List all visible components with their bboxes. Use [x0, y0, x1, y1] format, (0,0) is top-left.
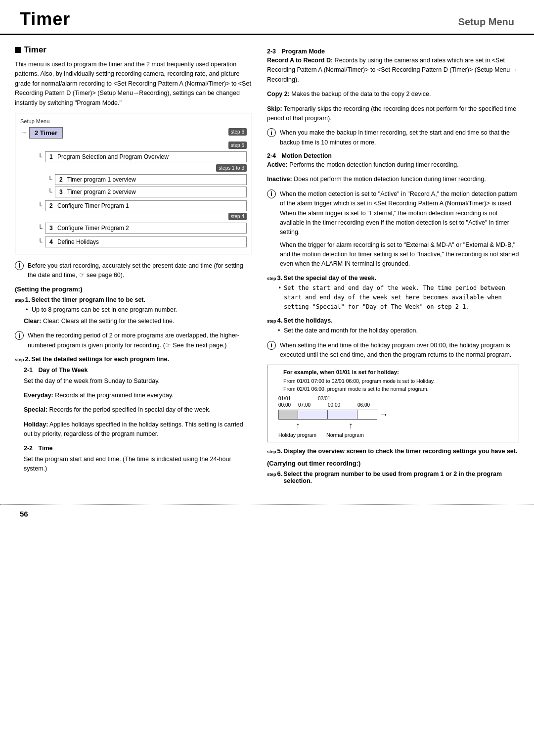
step4-bullet: Set the date and month for the holiday o… [276, 326, 519, 335]
tl-bar-1 [278, 410, 298, 420]
info-box-5: i When setting the end time of the holid… [267, 341, 519, 360]
tree-item-cfg2: └ 3 Configure Timer Program 2 [35, 223, 247, 234]
tree-item-label-cfg2: Configure Timer Program 2 [57, 225, 129, 232]
timeline-date1: 01/01 [278, 396, 318, 401]
right-column: 2-3 Program Mode Record A to Record D: R… [267, 45, 519, 489]
tl-arrow-down2: ↑ [349, 421, 353, 431]
tree-connector-2: └ [45, 174, 55, 185]
step-5-heading: step5. Display the overview screen to ch… [267, 447, 519, 455]
tree-item-2: └ 2 Timer program 1 overview [45, 174, 247, 185]
skip-text: Skip: Temporarily skips the recording (t… [267, 104, 519, 124]
tree-item-holidays: └ 4 Define Holidays [35, 236, 247, 247]
sub21-heading: 2-1 Day of The Week [24, 366, 252, 375]
menu-arrow-icon: → [20, 129, 27, 137]
tl-time1: 00:00 [278, 402, 298, 408]
step5-prefix: step [267, 449, 276, 454]
carrying-out-heading: (Carrying out timer recording:) [267, 460, 519, 467]
info-text-1: Before you start recording, accurately s… [28, 261, 252, 281]
tree-item-1: └ 1 Program Selection and Program Overvi… [35, 151, 247, 162]
step1-content: Up to 8 programs can be set in one progr… [24, 305, 252, 327]
step1-text: Select the timer program line to be set. [31, 296, 145, 303]
step5-badge: step 5 [228, 142, 247, 149]
info-box-1: i Before you start recording, accurately… [15, 261, 252, 281]
timeline-date2: 02/01 [318, 396, 377, 401]
everyday-text: Everyday: Records at the programmed time… [24, 391, 252, 400]
step4-prefix: step [267, 319, 276, 324]
tree-connector-cfg1: └ [35, 200, 45, 211]
info-icon-1: i [15, 261, 24, 270]
menu-arrow-row: → 2 Timer step 6 [20, 127, 247, 139]
menu-tree-level1: step 5 └ 1 Program Selection and Program… [35, 142, 247, 247]
tree-item-box-holidays: 4 Define Holidays [45, 236, 247, 247]
page: Timer Setup Menu Timer This menu is used… [0, 0, 534, 756]
info-icon-4: i [267, 189, 276, 198]
main-content: Timer This menu is used to program the t… [0, 35, 534, 494]
sub24-heading: 2-4 Motion Detection [267, 152, 519, 159]
step2-prefix: step [15, 357, 24, 362]
timeline-diagram: For example, when 01/01 is set for holid… [267, 365, 519, 442]
left-column: Timer This menu is used to program the t… [15, 45, 252, 489]
tree-item-num-holidays: 4 [49, 238, 53, 245]
sub24-block: 2-4 Motion Detection Active: Performs th… [267, 152, 519, 185]
step-6-heading: step6. Select the program number to be u… [267, 470, 519, 484]
section-title: Timer [15, 45, 252, 55]
record-a-text: Record A to Record D: Records by using t… [267, 56, 519, 85]
info-box-2: i When the recording period of 2 or more… [15, 331, 252, 350]
tl-time2: 07:00 [298, 402, 328, 408]
step-3-block: step3. Set the special day of the week. … [267, 274, 519, 312]
tree-item-box-3: 3 Timer program 2 overview [55, 187, 247, 197]
timeline-line1: From 01/01 07:00 to 02/01 06:00, program… [273, 378, 513, 384]
tree-item-box-1: 1 Program Selection and Program Overview [45, 151, 247, 162]
step2-text: Set the detailed settings for each progr… [31, 356, 169, 363]
step6-prefix: step [267, 472, 276, 477]
step1-num: 1. [25, 296, 31, 303]
menu-top-label: Setup Menu [20, 118, 247, 124]
timeline-visual: 01/01 02/01 00:00 07:00 00:00 06:00 [273, 396, 513, 438]
menu-main-item: 2 Timer [29, 127, 63, 139]
tl-bar-2 [298, 410, 328, 420]
step3-bullet: Set the start and end day of the week. T… [276, 284, 519, 312]
step-2-heading: step2. Set the detailed settings for eac… [15, 355, 252, 363]
tree-item-label-2: Timer program 1 overview [67, 176, 136, 183]
tree-item-label-cfg1: Configure Timer Program 1 [57, 202, 129, 209]
tl-time4: 06:00 [357, 402, 377, 408]
tree-item-num-cfg1: 2 [49, 202, 53, 209]
tree-item-num-cfg2: 3 [49, 225, 53, 232]
step-2-block: step2. Set the detailed settings for eac… [15, 355, 252, 473]
info-text-4: When the motion detection is set to "Act… [280, 189, 519, 269]
tl-arrow-down1: ↑ [296, 421, 300, 431]
info-box-4: i When the motion detection is set to "A… [267, 189, 519, 269]
step4-content: Set the date and month for the holiday o… [276, 326, 519, 335]
page-title: Timer [20, 9, 70, 30]
tl-arrow: → [379, 410, 388, 420]
timeline-title: For example, when 01/01 is set for holid… [273, 369, 513, 375]
info-text-5: When setting the end time of the holiday… [280, 341, 519, 360]
tl-label-holiday: Holiday program [278, 432, 316, 438]
step4-text: Set the holidays. [283, 317, 332, 324]
sub21-text: Set the day of the week from Sunday to S… [24, 377, 252, 386]
step-6-block: step6. Select the program number to be u… [267, 470, 519, 484]
sub23-heading: 2-3 Program Mode [267, 48, 519, 55]
info-text-3: When you make the backup in timer record… [280, 128, 519, 147]
sub22-text: Set the program start and end time. (The… [24, 455, 252, 474]
tree-item-label-holidays: Define Holidays [57, 238, 99, 245]
step2-num: 2. [25, 355, 31, 363]
copy2-text: Copy 2: Makes the backup of the data to … [267, 90, 519, 99]
step-4-block: step4. Set the holidays. Set the date an… [267, 317, 519, 335]
black-square-icon [15, 47, 21, 53]
intro-text: This menu is used to program the timer a… [15, 60, 252, 108]
step6-num: 6. [277, 470, 283, 477]
timeline-line2: From 02/01 06:00, program mode is set to… [273, 386, 513, 392]
step6-text: Select the program number to be used fro… [283, 471, 519, 484]
tree-connector-holidays: └ [35, 236, 45, 247]
tree-item-num-3: 3 [59, 189, 63, 195]
holiday-text: Holiday: Applies holidays specified in t… [24, 420, 252, 439]
step5-num: 5. [277, 447, 283, 455]
tree-item-box-2: 2 Timer program 1 overview [55, 174, 247, 185]
step3-num: 3. [277, 274, 283, 282]
step4-num: 4. [277, 317, 283, 324]
step-5-block: step5. Display the overview screen to ch… [267, 447, 519, 455]
active-text: Active: Performs the motion detection fu… [267, 160, 519, 170]
tree-item-box-cfg2: 3 Configure Timer Program 2 [45, 223, 247, 234]
step3-prefix: step [267, 276, 276, 281]
